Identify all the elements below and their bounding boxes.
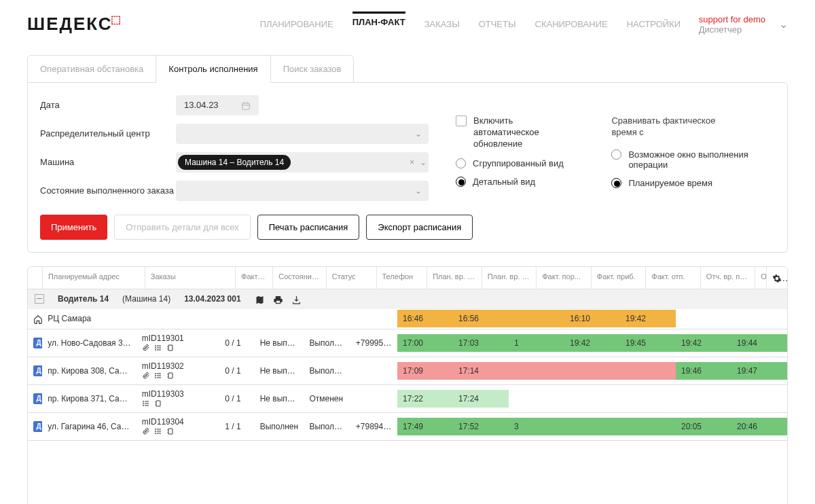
table-row[interactable]: Дпр. Кирова 308, Самара, гор...mID119302…: [28, 357, 787, 385]
order-cell: mID119301: [137, 329, 219, 357]
calendar-icon: [241, 100, 251, 111]
svg-point-16: [155, 374, 156, 374]
view-grouped-radio[interactable]: Сгруппированный вид: [456, 158, 577, 168]
time-cell: [676, 390, 731, 408]
list-icon[interactable]: [154, 427, 162, 436]
box-icon[interactable]: [166, 427, 175, 436]
compare-window-radio[interactable]: Возможное окно выполнения операции: [611, 149, 775, 170]
print-schedule-button[interactable]: Печать расписания: [257, 215, 360, 240]
time-cell: [509, 390, 564, 408]
user-role: Диспетчер: [699, 24, 765, 35]
vehicle-label: Машина: [40, 157, 176, 167]
vehicle-select[interactable]: Машина 14 – Водитель 14 ×⌄: [176, 152, 429, 173]
col-checkbox: [28, 267, 43, 289]
address-cell: РЦ Самара: [42, 310, 136, 327]
col-phone: Телефон: [377, 267, 428, 289]
print-icon[interactable]: [273, 293, 283, 305]
nav-plan-fact[interactable]: ПЛАН-ФАКТ: [352, 12, 405, 35]
time-strip: 16:4616:5616:1019:42: [397, 310, 787, 327]
phone-cell: [350, 314, 397, 323]
svg-rect-10: [168, 345, 173, 350]
group-header-row: Водитель 14 (Машина 14) 13.04.2023 001: [28, 289, 787, 309]
col-status: Статус: [327, 267, 377, 289]
time-cell: 16:46: [397, 310, 453, 327]
user-menu[interactable]: support for demo Диспетчер ⌄: [699, 14, 788, 35]
col-rep-arr: Отч. вр. приб.: [701, 267, 756, 289]
nav-reports[interactable]: ОТЧЕТЫ: [479, 14, 516, 35]
table-row[interactable]: РЦ Самара16:4616:5616:1019:42: [28, 309, 787, 329]
download-icon[interactable]: [291, 293, 302, 305]
list-icon[interactable]: [154, 343, 162, 353]
tab-search[interactable]: Поиск заказов: [271, 55, 355, 83]
apply-button[interactable]: Применить: [40, 215, 107, 240]
vehicle-tag[interactable]: Машина 14 – Водитель 14: [178, 155, 291, 170]
time-cell: [676, 310, 731, 327]
time-cell: 19:45: [620, 334, 676, 352]
time-cell: [731, 310, 787, 327]
list-icon[interactable]: [142, 399, 150, 408]
sub-tabs: Оперативная обстановка Контроль исполнен…: [27, 55, 788, 83]
svg-point-9: [155, 350, 156, 350]
box-icon[interactable]: [166, 371, 175, 380]
state-select[interactable]: ⌄: [176, 181, 429, 201]
chevron-down-icon: ⌄: [415, 129, 422, 139]
state-cell: Не выполнен: [255, 362, 304, 380]
state-cell: Выполнен: [255, 418, 304, 435]
svg-rect-19: [168, 373, 173, 378]
time-cell: [620, 418, 676, 435]
delivery-badge-icon: Д: [33, 365, 42, 376]
compare-label: Сравнивать фактическое время с: [611, 115, 734, 139]
col-state: Состояние...: [273, 267, 327, 289]
group-date-id: 13.04.2023 001: [184, 294, 240, 304]
export-schedule-button[interactable]: Экспорт расписания: [366, 215, 473, 240]
time-cell: [509, 310, 564, 327]
paperclip-icon[interactable]: [142, 343, 150, 353]
nav-scanning[interactable]: СКАНИРОВАНИЕ: [535, 14, 608, 35]
time-cell: 19:42: [676, 334, 731, 352]
box-icon[interactable]: [166, 343, 175, 353]
time-cell: 17:52: [453, 418, 509, 435]
nav-planning[interactable]: ПЛАНИРОВАНИЕ: [260, 14, 333, 35]
svg-point-26: [143, 403, 143, 404]
map-icon[interactable]: [255, 293, 265, 305]
status-cell: Отменен: [304, 390, 350, 408]
time-cell: [731, 390, 787, 408]
time-cell: 16:56: [453, 310, 509, 327]
chevron-down-icon: ⌄: [779, 18, 788, 31]
state-label: Состояние выполненного заказа: [40, 185, 176, 196]
table-row[interactable]: Дпр. Кирова 371, Самара, гор...mID119303…: [28, 385, 787, 413]
logo-mark-icon: ⬚: [111, 14, 122, 25]
group-driver: Водитель 14: [58, 294, 109, 304]
auto-update-checkbox[interactable]: Включить автоматическое обновление: [456, 115, 577, 150]
date-input[interactable]: 13.04.23: [176, 95, 259, 115]
tab-control[interactable]: Контроль исполнения: [156, 55, 270, 83]
box-icon[interactable]: [154, 399, 162, 408]
view-detail-radio[interactable]: Детальный вид: [456, 177, 577, 187]
chevron-down-icon: ⌄: [420, 158, 427, 167]
table-row[interactable]: Дул. Ново-Садовая 387, Сам...mID1193010 …: [28, 329, 787, 357]
center-select[interactable]: ⌄: [176, 124, 429, 144]
phone-cell: +79894212325: [350, 418, 397, 435]
table-settings-button[interactable]: [767, 267, 787, 289]
table-row[interactable]: Дул. Гагарина 46, Самара, гор...mID11930…: [28, 413, 787, 441]
center-label: Распределительный центр: [40, 128, 176, 139]
list-icon[interactable]: [154, 371, 162, 380]
nav-orders[interactable]: ЗАКАЗЫ: [424, 14, 460, 35]
time-cell: 20:05: [676, 418, 731, 435]
svg-point-35: [155, 431, 156, 432]
radio-icon: [456, 177, 466, 187]
col-plan-dep: План. вр. от...: [482, 267, 537, 289]
status-cell: Выполнено: [304, 334, 350, 352]
compare-planned-radio[interactable]: Планируемое время: [611, 178, 775, 188]
tab-operational[interactable]: Оперативная обстановка: [27, 55, 156, 83]
time-cell: 19:44: [731, 334, 787, 352]
send-all-button[interactable]: Отправить детали для всех: [114, 215, 250, 240]
paperclip-icon[interactable]: [142, 371, 150, 380]
time-cell: [564, 418, 620, 435]
col-fact-dep: Факт. отп.: [646, 267, 701, 289]
paperclip-icon[interactable]: [142, 427, 150, 436]
group-checkbox[interactable]: [35, 294, 44, 304]
time-cell: 17:49: [397, 418, 453, 435]
clear-icon[interactable]: ×: [410, 158, 414, 167]
nav-settings[interactable]: НАСТРОЙКИ: [627, 14, 681, 35]
